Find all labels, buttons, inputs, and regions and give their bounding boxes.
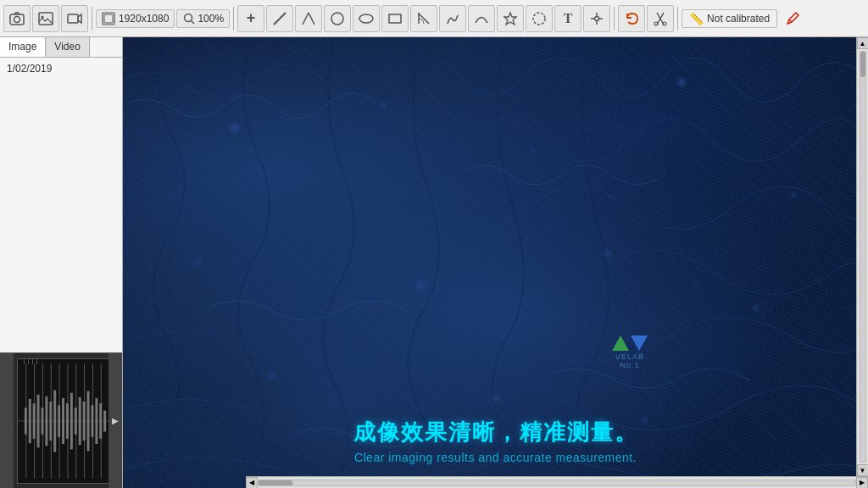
resolution-display[interactable]: 1920x1080 <box>96 9 175 28</box>
svg-point-16 <box>533 13 545 25</box>
pen-tool-btn[interactable] <box>779 5 806 32</box>
logo-triangles <box>612 336 648 351</box>
sep1 <box>92 7 92 30</box>
undo-btn[interactable] <box>618 5 645 32</box>
vscroll-track[interactable] <box>860 51 866 463</box>
subtitle-chinese: 成像效果清晰，精准测量。 <box>140 418 851 447</box>
cut-btn[interactable] <box>647 5 674 32</box>
star-tool-btn[interactable] <box>497 5 524 32</box>
ellipse-tool-btn[interactable] <box>353 5 380 32</box>
svg-line-10 <box>303 13 309 25</box>
scroll-thumb[interactable] <box>259 480 292 485</box>
brand-logo: VELABNo.1 <box>612 336 648 369</box>
image-button[interactable] <box>32 5 59 32</box>
rect-tool-btn[interactable] <box>381 5 409 32</box>
svg-rect-44 <box>75 408 77 434</box>
thumb-waveform: | | | | <box>18 359 108 483</box>
svg-rect-48 <box>91 405 93 437</box>
watermark: VELABNo.1 <box>612 336 648 369</box>
arc-tool-btn[interactable] <box>468 5 495 32</box>
svg-rect-43 <box>70 392 73 449</box>
multiline-tool-btn[interactable] <box>295 5 322 32</box>
svg-point-13 <box>359 14 373 23</box>
svg-point-18 <box>654 22 658 25</box>
tab-bar: Image Video <box>0 37 122 58</box>
ruler-icon: 📏 <box>689 12 704 25</box>
svg-point-17 <box>595 16 599 20</box>
tab-video[interactable]: Video <box>46 37 89 57</box>
polygon-tool-btn[interactable] <box>526 5 553 32</box>
svg-rect-32 <box>25 408 27 434</box>
svg-rect-4 <box>68 14 78 23</box>
svg-rect-33 <box>29 398 31 442</box>
svg-rect-45 <box>79 396 81 444</box>
svg-rect-35 <box>37 394 40 447</box>
svg-point-19 <box>663 22 666 25</box>
scroll-right-btn[interactable]: ▶ <box>856 477 868 489</box>
vertical-scrollbar: ▲ ▼ <box>856 37 868 476</box>
zoom-value: 100% <box>198 13 224 25</box>
thumbnails-inner: | | | | <box>14 353 108 488</box>
calibration-label: Not calibrated <box>707 13 770 25</box>
svg-rect-6 <box>104 14 113 23</box>
thumb-scroll-right-btn[interactable]: ▶ <box>108 353 122 488</box>
calibration-status[interactable]: 📏 Not calibrated <box>682 9 777 28</box>
scroll-track[interactable] <box>258 480 856 486</box>
svg-text:|: | <box>32 359 34 364</box>
scroll-left-btn[interactable]: ◀ <box>246 477 258 489</box>
tab-image[interactable]: Image <box>0 37 46 57</box>
svg-line-8 <box>192 20 195 24</box>
thumb-scroll-left-btn <box>0 353 14 488</box>
video-button[interactable] <box>61 5 88 32</box>
svg-line-9 <box>274 13 286 25</box>
circle-tool-btn[interactable] <box>324 5 351 32</box>
subtitle-english: Clear imaging results and accurate measu… <box>140 451 851 464</box>
vscroll-up-btn[interactable]: ▲ <box>857 37 869 49</box>
toolbar: 1920x1080 100% + T <box>0 0 868 37</box>
svg-rect-37 <box>45 396 47 445</box>
svg-text:|: | <box>36 359 38 364</box>
svg-rect-41 <box>62 397 64 443</box>
content-area: VELABNo.1 成像效果清晰，精准测量。 Clear imaging res… <box>123 37 868 488</box>
svg-line-11 <box>309 13 314 25</box>
sep3 <box>614 7 615 30</box>
svg-rect-2 <box>39 13 53 25</box>
left-panel: Image Video 1/02/2019 <box>0 37 123 488</box>
svg-rect-46 <box>83 402 86 441</box>
svg-text:|: | <box>24 359 25 364</box>
horizontal-scrollbar: ◀ ▶ <box>246 476 868 488</box>
thumbnail-item[interactable]: | | | | <box>17 358 108 484</box>
svg-rect-36 <box>42 408 44 434</box>
svg-point-3 <box>42 15 44 18</box>
svg-rect-49 <box>95 397 97 443</box>
main-area: Image Video 1/02/2019 <box>0 37 868 488</box>
camera-button[interactable] <box>3 5 31 32</box>
sep2 <box>233 7 234 30</box>
svg-rect-42 <box>66 403 69 439</box>
file-item[interactable]: 1/02/2019 <box>3 61 119 76</box>
brand-text: VELABNo.1 <box>615 352 644 369</box>
svg-point-1 <box>14 16 20 22</box>
microscope-view: VELABNo.1 成像效果清晰，精准测量。 Clear imaging res… <box>123 37 868 488</box>
svg-point-7 <box>185 14 192 21</box>
svg-text:|: | <box>28 359 30 364</box>
text-tool-btn[interactable]: T <box>554 5 581 32</box>
svg-rect-38 <box>49 402 52 441</box>
svg-rect-51 <box>103 410 106 431</box>
angle-tool-btn[interactable] <box>410 5 437 32</box>
freehand-tool-btn[interactable] <box>439 5 466 32</box>
svg-rect-14 <box>389 14 401 23</box>
svg-rect-40 <box>58 405 60 437</box>
vscroll-thumb[interactable] <box>860 52 865 77</box>
crosshair-tool-btn[interactable]: + <box>237 5 264 32</box>
zoom-display[interactable]: 100% <box>176 9 230 28</box>
svg-rect-47 <box>87 391 90 451</box>
vscroll-down-btn[interactable]: ▼ <box>857 464 869 476</box>
resolution-value: 1920x1080 <box>119 13 169 25</box>
svg-point-12 <box>331 13 343 25</box>
svg-rect-34 <box>33 403 36 439</box>
thumbnail-strip: | | | | ▶ <box>0 352 122 488</box>
svg-rect-50 <box>99 403 102 439</box>
line-tool-btn[interactable] <box>266 5 293 32</box>
pan-tool-btn[interactable] <box>583 5 610 32</box>
